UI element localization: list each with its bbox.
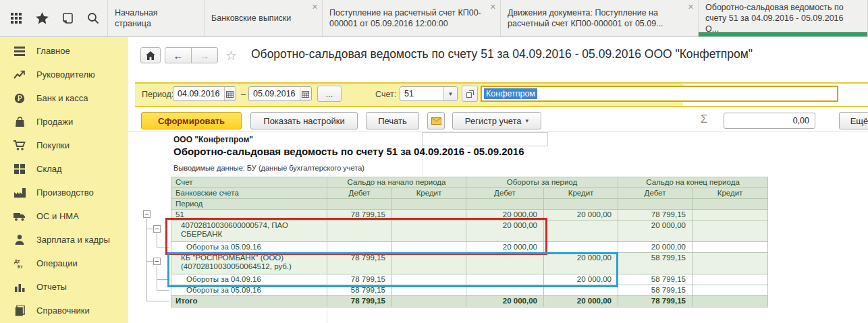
forward-button[interactable]: → — [191, 47, 218, 63]
collapse-toggle-icon[interactable] — [153, 258, 161, 265]
favorite-star-icon[interactable]: ☆ — [225, 48, 237, 63]
sidebar-item-label: Справочники — [36, 305, 90, 316]
tab-osv-report[interactable]: Оборотно-сальдовая ведомость по счету 51… — [699, 0, 868, 36]
apps-grid-icon[interactable] — [11, 13, 22, 24]
table-row-turnover-0409[interactable]: Обороты за 04.09.16 78 799,15 20 000,00 … — [171, 274, 768, 285]
close-tab-icon[interactable]: ✕ — [490, 3, 496, 10]
date-to-value[interactable]: 05.09.2016 — [249, 87, 300, 100]
table-row-sberbank[interactable]: 40702810030600000574, ПАО СБЕРБАНК 20 00… — [171, 221, 768, 242]
tab-home[interactable]: Начальная страница — [108, 0, 205, 36]
tab-document-movements[interactable]: Движения документа: Поступление на расче… — [501, 0, 699, 36]
trend-chart-icon — [13, 70, 26, 80]
table-row-rosprombank[interactable]: КБ "РОСПРОМБАНК" (ООО) (4070281003005006… — [171, 253, 768, 274]
report-title[interactable]: Оборотно-сальдовая ведомость по счету 51… — [173, 146, 524, 157]
tree-line — [146, 301, 169, 301]
register-button[interactable]: Регистр учета ▾ — [452, 112, 541, 129]
sidebar-item-reports[interactable]: Отчеты — [0, 275, 128, 299]
col-header-account: Счет — [171, 177, 327, 188]
account-value[interactable]: 51 — [400, 87, 443, 100]
table-row-total[interactable]: Итого 78 799,15 20 000,00 20 000,00 78 7… — [171, 296, 768, 307]
row-name[interactable]: 51 — [171, 210, 327, 221]
home-button[interactable] — [140, 47, 161, 63]
period-label: Период: — [142, 90, 173, 99]
close-tab-icon[interactable]: ✕ — [312, 3, 318, 10]
search-icon[interactable] — [87, 12, 99, 24]
svg-text:Дт: Дт — [14, 259, 20, 264]
print-button[interactable]: Печать — [366, 112, 419, 129]
sidebar-item-label: Производство — [36, 187, 94, 198]
tree-line — [146, 218, 147, 301]
email-button[interactable] — [427, 112, 445, 129]
table-row-account-51[interactable]: 51 78 799,15 20 000,00 20 000,00 78 799,… — [171, 210, 768, 221]
col-group-turnover: Обороты за период — [466, 177, 618, 188]
sidebar-item-salary-hr[interactable]: Зарплата и кадры — [0, 228, 128, 252]
collapse-toggle-icon[interactable] — [143, 210, 151, 218]
forward-arrow-icon: → — [200, 50, 210, 61]
person-icon — [13, 235, 26, 245]
bar-chart-icon — [13, 283, 26, 292]
sidebar-item-bank-cash[interactable]: Банк и касса — [0, 86, 128, 110]
organization-field[interactable]: Конфетпром — [481, 86, 838, 102]
col-group-opening-balance: Сальдо на начало периода — [327, 177, 466, 188]
sidebar-item-warehouse[interactable]: Склад — [0, 157, 128, 181]
date-from-value[interactable]: 04.09.2016 — [173, 87, 224, 100]
table-header-row: Период — [171, 199, 768, 210]
calendar-icon[interactable] — [224, 87, 236, 100]
sidebar-item-directories[interactable]: Справочники — [0, 299, 128, 322]
calendar-icon[interactable] — [300, 87, 311, 100]
account-field[interactable]: 51 ▼ — [400, 86, 458, 101]
selected-cell-outline — [422, 132, 548, 146]
table-header-row: Банковские счета Дебет Кредит Дебет Кред… — [171, 188, 768, 199]
row-name[interactable]: КБ "РОСПРОМБАНК" (ООО) (4070281003005006… — [171, 253, 327, 274]
tab-label: Поступление на расчетный счет КП00-00000… — [329, 7, 487, 29]
chevron-down-icon[interactable]: ▼ — [443, 87, 457, 100]
factory-icon — [13, 187, 26, 198]
date-to-field[interactable]: 05.09.2016 — [248, 86, 312, 101]
sum-field[interactable]: 0,00 — [724, 113, 815, 129]
generate-button[interactable]: Сформировать — [141, 112, 242, 129]
more-button[interactable]: Ещё — [839, 112, 868, 129]
ruble-coin-icon — [13, 93, 26, 104]
period-dash: – — [241, 90, 246, 99]
collapse-toggle-icon[interactable] — [153, 225, 161, 233]
sidebar-item-label: Продажи — [36, 117, 73, 127]
sidebar-item-sales[interactable]: Продажи — [0, 110, 128, 134]
app-window: Начальная страница Банковские выписки ✕ … — [0, 0, 868, 323]
back-button[interactable]: ← — [165, 47, 192, 63]
row-name[interactable]: Итого — [171, 296, 327, 307]
table-row-turnover-0509-2[interactable]: Обороты за 05.09.16 58 799,15 58 799,15 — [171, 285, 768, 296]
sidebar-item-main[interactable]: Главное — [0, 39, 128, 63]
date-from-field[interactable]: 04.09.2016 — [173, 86, 236, 101]
open-account-button[interactable] — [462, 86, 478, 102]
sidebar-item-operations[interactable]: ДтКт Операции — [0, 252, 128, 275]
svg-text:Кт: Кт — [18, 264, 23, 269]
generate-label: Сформировать — [158, 116, 225, 126]
sidebar-item-label: Главное — [36, 46, 70, 56]
sidebar-item-fixed-assets[interactable]: ОС и НМА — [0, 204, 128, 228]
sidebar-item-manager[interactable]: Руководителю — [0, 63, 128, 86]
sidebar-item-production[interactable]: Производство — [0, 181, 128, 204]
open-window-icon — [466, 90, 474, 98]
close-tab-icon[interactable]: ✕ — [688, 3, 694, 10]
more-label: Ещё — [850, 116, 868, 126]
osv-table: Счет Сальдо на начало периода Обороты за… — [171, 177, 768, 307]
show-settings-button[interactable]: Показать настройки — [250, 112, 358, 129]
row-name[interactable]: Обороты за 05.09.16 — [171, 242, 327, 253]
favorites-star-icon[interactable] — [36, 12, 49, 24]
sidebar-item-label: Зарплата и кадры — [36, 235, 110, 245]
sidebar-item-purchases[interactable]: Покупки — [0, 134, 128, 157]
row-name[interactable]: Обороты за 05.09.16 — [171, 285, 327, 296]
table-row-turnover-0509[interactable]: Обороты за 05.09.16 20 000,00 20 000,00 — [171, 242, 768, 253]
col-header-credit: Кредит — [693, 188, 768, 199]
tab-receipt-document[interactable]: Поступление на расчетный счет КП00-00000… — [323, 0, 501, 36]
col-header-credit: Кредит — [392, 188, 466, 199]
tab-bank-statements[interactable]: Банковские выписки ✕ — [205, 0, 323, 36]
period-options-button[interactable]: ... — [317, 86, 342, 102]
row-name[interactable]: 40702810030600000574, ПАО СБЕРБАНК — [171, 221, 327, 242]
organization-value[interactable]: Конфетпром — [484, 88, 537, 99]
report-org-name[interactable]: ООО "Конфетпром" — [173, 135, 253, 144]
row-name[interactable]: Обороты за 04.09.16 — [171, 274, 327, 285]
sidebar-item-label: Покупки — [36, 140, 70, 150]
recent-icon[interactable] — [62, 12, 74, 24]
sidebar-item-label: Банк и касса — [36, 93, 88, 103]
